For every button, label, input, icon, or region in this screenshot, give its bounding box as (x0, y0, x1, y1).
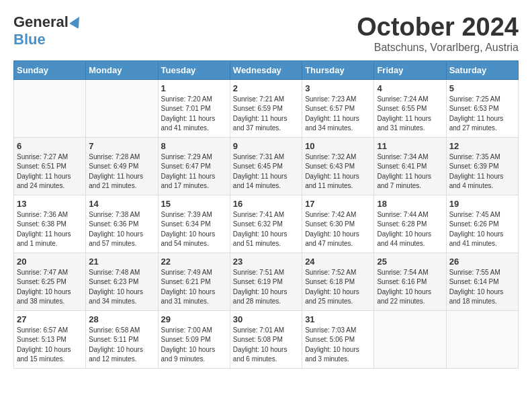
header-tuesday: Tuesday (158, 60, 230, 79)
calendar-cell: 24Sunrise: 7:52 AM Sunset: 6:18 PM Dayli… (302, 253, 374, 310)
day-number: 20 (17, 257, 83, 267)
calendar-cell: 23Sunrise: 7:51 AM Sunset: 6:19 PM Dayli… (230, 253, 302, 310)
calendar-cell: 15Sunrise: 7:39 AM Sunset: 6:34 PM Dayli… (158, 195, 230, 253)
calendar-week-row: 27Sunrise: 6:57 AM Sunset: 5:13 PM Dayli… (14, 310, 519, 368)
logo-icon (70, 15, 83, 28)
day-info: Sunrise: 6:57 AM Sunset: 5:13 PM Dayligh… (17, 326, 83, 365)
day-number: 2 (233, 83, 299, 93)
calendar-cell: 20Sunrise: 7:47 AM Sunset: 6:25 PM Dayli… (14, 253, 86, 310)
calendar-cell: 19Sunrise: 7:45 AM Sunset: 6:26 PM Dayli… (446, 195, 518, 253)
day-number: 21 (89, 257, 154, 267)
day-number: 8 (161, 141, 227, 151)
day-number: 25 (377, 257, 443, 267)
day-number: 10 (305, 141, 371, 151)
day-number: 18 (377, 199, 443, 209)
calendar-cell: 21Sunrise: 7:48 AM Sunset: 6:23 PM Dayli… (86, 253, 158, 310)
logo: General Blue (13, 13, 83, 48)
calendar-cell: 6Sunrise: 7:27 AM Sunset: 6:51 PM Daylig… (14, 137, 86, 195)
day-number: 1 (161, 83, 227, 93)
day-number: 23 (233, 257, 299, 267)
day-info: Sunrise: 7:32 AM Sunset: 6:43 PM Dayligh… (305, 152, 371, 191)
logo-general: General (13, 13, 69, 31)
day-info: Sunrise: 7:52 AM Sunset: 6:18 PM Dayligh… (305, 268, 371, 307)
calendar-cell: 31Sunrise: 7:03 AM Sunset: 5:06 PM Dayli… (302, 310, 374, 368)
calendar-week-row: 20Sunrise: 7:47 AM Sunset: 6:25 PM Dayli… (14, 253, 519, 310)
header-thursday: Thursday (302, 60, 374, 79)
calendar-week-row: 1Sunrise: 7:20 AM Sunset: 7:01 PM Daylig… (14, 79, 519, 137)
day-info: Sunrise: 7:55 AM Sunset: 6:14 PM Dayligh… (449, 268, 515, 307)
header-friday: Friday (374, 60, 446, 79)
day-number: 16 (233, 199, 299, 209)
day-info: Sunrise: 7:29 AM Sunset: 6:47 PM Dayligh… (161, 152, 227, 191)
calendar-cell: 14Sunrise: 7:38 AM Sunset: 6:36 PM Dayli… (86, 195, 158, 253)
day-number: 6 (17, 141, 83, 151)
day-info: Sunrise: 7:01 AM Sunset: 5:08 PM Dayligh… (233, 326, 299, 365)
calendar-cell: 17Sunrise: 7:42 AM Sunset: 6:30 PM Dayli… (302, 195, 374, 253)
calendar-table: Sunday Monday Tuesday Wednesday Thursday… (13, 60, 519, 369)
calendar-cell: 10Sunrise: 7:32 AM Sunset: 6:43 PM Dayli… (302, 137, 374, 195)
calendar-cell: 16Sunrise: 7:41 AM Sunset: 6:32 PM Dayli… (230, 195, 302, 253)
calendar-week-row: 13Sunrise: 7:36 AM Sunset: 6:38 PM Dayli… (14, 195, 519, 253)
calendar-cell: 2Sunrise: 7:21 AM Sunset: 6:59 PM Daylig… (230, 79, 302, 137)
day-info: Sunrise: 7:41 AM Sunset: 6:32 PM Dayligh… (233, 210, 299, 249)
calendar-cell: 5Sunrise: 7:25 AM Sunset: 6:53 PM Daylig… (446, 79, 518, 137)
day-info: Sunrise: 7:28 AM Sunset: 6:49 PM Dayligh… (89, 152, 154, 191)
calendar-cell: 18Sunrise: 7:44 AM Sunset: 6:28 PM Dayli… (374, 195, 446, 253)
day-info: Sunrise: 7:51 AM Sunset: 6:19 PM Dayligh… (233, 268, 299, 307)
calendar-cell: 8Sunrise: 7:29 AM Sunset: 6:47 PM Daylig… (158, 137, 230, 195)
header-monday: Monday (86, 60, 158, 79)
day-number: 17 (305, 199, 371, 209)
day-number: 15 (161, 199, 227, 209)
day-number: 19 (449, 199, 515, 209)
calendar-header-row: Sunday Monday Tuesday Wednesday Thursday… (14, 60, 519, 79)
day-info: Sunrise: 7:36 AM Sunset: 6:38 PM Dayligh… (17, 210, 83, 249)
calendar-cell: 9Sunrise: 7:31 AM Sunset: 6:45 PM Daylig… (230, 137, 302, 195)
day-info: Sunrise: 7:31 AM Sunset: 6:45 PM Dayligh… (233, 152, 299, 191)
day-number: 22 (161, 257, 227, 267)
title-section: October 2024 Batschuns, Vorarlberg, Aust… (357, 13, 519, 54)
calendar-cell: 4Sunrise: 7:24 AM Sunset: 6:55 PM Daylig… (374, 79, 446, 137)
calendar-cell: 22Sunrise: 7:49 AM Sunset: 6:21 PM Dayli… (158, 253, 230, 310)
header-saturday: Saturday (446, 60, 518, 79)
day-info: Sunrise: 7:03 AM Sunset: 5:06 PM Dayligh… (305, 326, 371, 365)
calendar-cell: 26Sunrise: 7:55 AM Sunset: 6:14 PM Dayli… (446, 253, 518, 310)
svg-marker-0 (70, 15, 83, 28)
logo-blue: Blue (13, 31, 46, 48)
calendar-cell: 27Sunrise: 6:57 AM Sunset: 5:13 PM Dayli… (14, 310, 86, 368)
day-info: Sunrise: 7:24 AM Sunset: 6:55 PM Dayligh… (377, 95, 443, 134)
day-info: Sunrise: 7:39 AM Sunset: 6:34 PM Dayligh… (161, 210, 227, 249)
calendar-cell: 28Sunrise: 6:58 AM Sunset: 5:11 PM Dayli… (86, 310, 158, 368)
month-title: October 2024 (357, 13, 519, 42)
day-number: 31 (305, 314, 371, 324)
calendar-cell (374, 310, 446, 368)
day-info: Sunrise: 7:48 AM Sunset: 6:23 PM Dayligh… (89, 268, 154, 307)
day-number: 13 (17, 199, 83, 209)
calendar-cell: 3Sunrise: 7:23 AM Sunset: 6:57 PM Daylig… (302, 79, 374, 137)
day-number: 28 (89, 314, 154, 324)
calendar-cell: 30Sunrise: 7:01 AM Sunset: 5:08 PM Dayli… (230, 310, 302, 368)
day-info: Sunrise: 7:00 AM Sunset: 5:09 PM Dayligh… (161, 326, 227, 365)
day-info: Sunrise: 7:38 AM Sunset: 6:36 PM Dayligh… (89, 210, 154, 249)
day-info: Sunrise: 7:25 AM Sunset: 6:53 PM Dayligh… (449, 95, 515, 134)
header: General Blue October 2024 Batschuns, Vor… (13, 13, 519, 54)
day-info: Sunrise: 7:27 AM Sunset: 6:51 PM Dayligh… (17, 152, 83, 191)
calendar-cell: 1Sunrise: 7:20 AM Sunset: 7:01 PM Daylig… (158, 79, 230, 137)
day-info: Sunrise: 7:23 AM Sunset: 6:57 PM Dayligh… (305, 95, 371, 134)
day-number: 3 (305, 83, 371, 93)
location-title: Batschuns, Vorarlberg, Austria (357, 42, 519, 54)
day-info: Sunrise: 7:45 AM Sunset: 6:26 PM Dayligh… (449, 210, 515, 249)
calendar-cell: 25Sunrise: 7:54 AM Sunset: 6:16 PM Dayli… (374, 253, 446, 310)
day-number: 4 (377, 83, 443, 93)
calendar-week-row: 6Sunrise: 7:27 AM Sunset: 6:51 PM Daylig… (14, 137, 519, 195)
day-info: Sunrise: 7:47 AM Sunset: 6:25 PM Dayligh… (17, 268, 83, 307)
calendar-cell: 7Sunrise: 7:28 AM Sunset: 6:49 PM Daylig… (86, 137, 158, 195)
day-info: Sunrise: 6:58 AM Sunset: 5:11 PM Dayligh… (89, 326, 154, 365)
header-sunday: Sunday (14, 60, 86, 79)
day-info: Sunrise: 7:34 AM Sunset: 6:41 PM Dayligh… (377, 152, 443, 191)
calendar-cell (86, 79, 158, 137)
day-info: Sunrise: 7:20 AM Sunset: 7:01 PM Dayligh… (161, 95, 227, 134)
calendar-cell (14, 79, 86, 137)
calendar-cell: 11Sunrise: 7:34 AM Sunset: 6:41 PM Dayli… (374, 137, 446, 195)
day-info: Sunrise: 7:42 AM Sunset: 6:30 PM Dayligh… (305, 210, 371, 249)
day-info: Sunrise: 7:49 AM Sunset: 6:21 PM Dayligh… (161, 268, 227, 307)
